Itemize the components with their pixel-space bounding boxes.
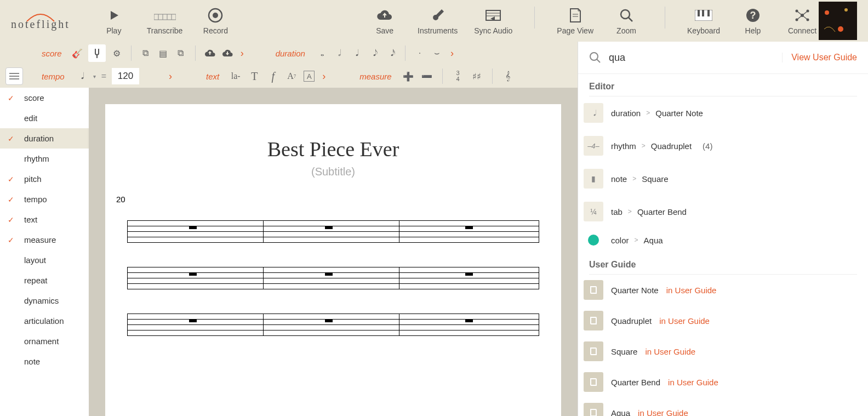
section-userguide-title: User Guide <box>578 252 868 274</box>
result-icon: ¼ <box>584 202 603 221</box>
search-result-aqua[interactable]: color>Aqua <box>578 228 868 252</box>
sidebar-item-layout[interactable]: layout <box>0 250 89 270</box>
guide-result-suffix: in User Guide <box>666 286 717 295</box>
search-panel: View User Guide Editor 𝅘𝅥duration>Quarte… <box>578 42 868 416</box>
keyboard-button[interactable]: Keyboard <box>687 7 720 35</box>
staff[interactable] <box>127 314 539 335</box>
score-page[interactable]: Best Piece Ever (Subtitle) 20 <box>105 104 561 416</box>
search-result-quadruplet[interactable]: –4–rhythm>Quadruplet(4) <box>578 129 868 162</box>
connect-button[interactable]: Connect <box>786 7 819 35</box>
sidebar-item-ornament[interactable]: ornament <box>0 331 89 351</box>
sync-audio-button[interactable]: Sync Audio <box>474 7 512 35</box>
book-icon[interactable]: ▤ <box>157 47 170 60</box>
chord-icon[interactable]: A7 <box>285 70 298 83</box>
dynamic-f-icon[interactable]: f <box>266 70 279 83</box>
lyrics-icon[interactable]: la- <box>229 70 242 83</box>
quarter-note-icon[interactable]: 𝅘𝅥 <box>349 47 362 60</box>
transcribe-button[interactable]: Transcribe <box>147 7 183 35</box>
chevron-right-icon[interactable]: › <box>448 48 456 59</box>
search-input[interactable] <box>609 52 782 64</box>
key-sig-icon[interactable]: ♯♯ <box>470 70 483 83</box>
guide-result-quarter-bend[interactable]: Quarter Bendin User Guide <box>578 367 868 397</box>
guide-result-suffix: in User Guide <box>638 408 688 417</box>
record-icon <box>208 7 223 24</box>
sidebar-item-score[interactable]: ✓score <box>0 88 89 108</box>
sidebar-item-articulation[interactable]: articulation <box>0 311 89 331</box>
sidebar-item-dynamics[interactable]: dynamics <box>0 290 89 311</box>
sidebar-item-text[interactable]: ✓text <box>0 209 89 230</box>
score-subtitle[interactable]: (Subtitle) <box>127 166 539 178</box>
dropdown-icon[interactable]: ▾ <box>93 73 96 79</box>
zoom-button[interactable]: Zoom <box>610 7 643 35</box>
result-category: tab <box>611 207 623 216</box>
sidebar-item-tempo[interactable]: ✓tempo <box>0 189 89 209</box>
dot-icon[interactable]: · <box>413 47 426 60</box>
sidebar-item-label: note <box>24 357 40 366</box>
page-view-button[interactable]: Page View <box>557 7 593 35</box>
chevron-right-icon[interactable]: › <box>320 71 328 82</box>
tuning-fork-icon[interactable] <box>88 44 106 62</box>
logo[interactable]: noteflight <box>11 12 70 31</box>
gear-icon[interactable]: ⚙ <box>110 47 123 60</box>
sidebar-item-edit[interactable]: edit <box>0 108 89 128</box>
search-result-quarter-bend[interactable]: ¼tab>Quarter Bend <box>578 195 868 228</box>
result-category: rhythm <box>611 141 636 151</box>
parts-icon[interactable]: ⧉ <box>174 47 187 60</box>
avatar[interactable] <box>819 2 857 40</box>
view-user-guide-link[interactable]: View User Guide <box>782 53 857 62</box>
score-title[interactable]: Best Piece Ever <box>127 137 539 161</box>
sidebar-item-duration[interactable]: ✓duration <box>0 128 89 149</box>
time-sig-icon[interactable]: 34 <box>452 70 465 83</box>
eighth-note-icon[interactable]: 𝅘𝅥𝅮 <box>367 47 380 60</box>
svg-rect-15 <box>698 10 700 16</box>
check-icon: ✓ <box>8 94 18 102</box>
sidebar-item-repeat[interactable]: repeat <box>0 270 89 290</box>
play-button[interactable]: Play <box>98 7 130 35</box>
half-note-icon[interactable]: 𝅗𝅥 <box>332 47 345 60</box>
result-icon: 𝅘𝅥 <box>584 103 603 123</box>
sidebar-item-note[interactable]: note <box>0 351 89 372</box>
cloud-down-icon[interactable] <box>221 47 234 60</box>
keyboard-small-icon <box>154 7 176 24</box>
guide-result-quarter-note[interactable]: Quarter Notein User Guide <box>578 275 868 305</box>
text-t-icon[interactable]: T <box>248 70 261 83</box>
sixteenth-note-icon[interactable]: 𝅘𝅥𝅯 <box>384 47 397 60</box>
cloud-up-icon[interactable] <box>203 47 216 60</box>
help-button[interactable]: ? Help <box>736 7 769 35</box>
play-icon <box>107 7 121 24</box>
sidebar-item-rhythm[interactable]: rhythm <box>0 149 89 169</box>
sidebar-item-pitch[interactable]: ✓pitch <box>0 169 89 189</box>
hamburger-button[interactable] <box>5 67 23 85</box>
result-name: Quarter Note <box>655 109 703 118</box>
guide-result-aqua[interactable]: Aquain User Guide <box>578 397 868 416</box>
guitar-small-icon[interactable]: 🎸 <box>71 47 84 60</box>
staff-system[interactable] <box>127 220 539 335</box>
staff[interactable] <box>127 220 539 242</box>
guide-result-quadruplet[interactable]: Quadrupletin User Guide <box>578 305 868 336</box>
svg-line-27 <box>797 15 802 20</box>
copy-icon[interactable]: ⧉ <box>139 47 152 60</box>
record-button[interactable]: Record <box>199 7 232 35</box>
score-tempo-marking[interactable]: 20 <box>116 195 539 204</box>
search-result-quarter-note[interactable]: 𝅘𝅥duration>Quarter Note <box>578 96 868 129</box>
tempo-input[interactable] <box>112 68 139 84</box>
clef-icon[interactable]: 𝄞 <box>501 70 515 83</box>
svg-line-13 <box>629 18 632 21</box>
add-measure-icon[interactable]: ➕ <box>402 70 415 83</box>
whole-note-icon[interactable]: 𝅝 <box>314 47 327 60</box>
result-category: note <box>611 174 627 184</box>
chevron-right-icon[interactable]: › <box>167 71 174 82</box>
sidebar-item-measure[interactable]: ✓measure <box>0 230 89 250</box>
chevron-right-icon: > <box>632 175 636 183</box>
save-button[interactable]: Save <box>368 7 401 35</box>
search-result-square[interactable]: ▮note>Square <box>578 162 868 195</box>
chevron-right-icon[interactable]: › <box>238 48 246 59</box>
remove-measure-icon[interactable]: ➖ <box>420 70 433 83</box>
instruments-button[interactable]: Instruments <box>418 7 458 35</box>
zoom-icon <box>619 7 633 24</box>
svg-rect-17 <box>707 10 710 16</box>
staff[interactable] <box>127 267 539 289</box>
text-box-icon[interactable]: A <box>304 71 315 82</box>
guide-result-square[interactable]: Squarein User Guide <box>578 336 868 367</box>
tie-icon[interactable]: ⌣ <box>431 47 444 60</box>
